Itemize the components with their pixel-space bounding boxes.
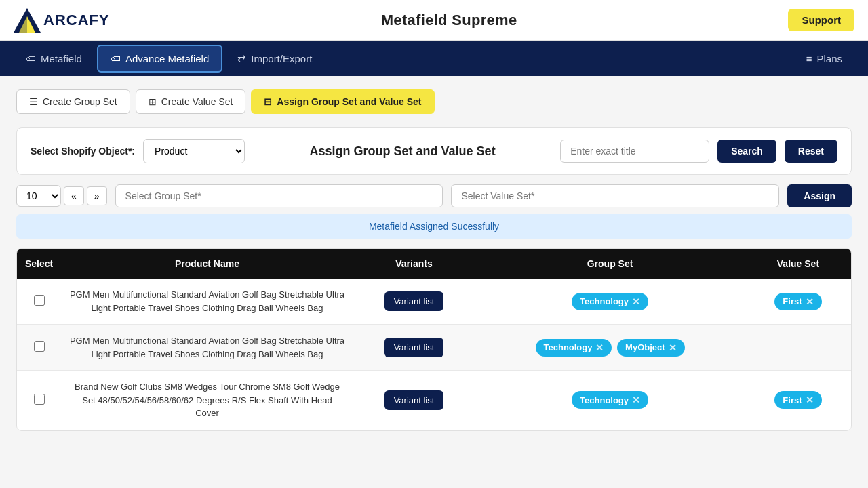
row-2-variant-list-button[interactable]: Variant list	[384, 338, 444, 357]
row-2-group-tag-0-remove[interactable]: ✕	[595, 342, 604, 353]
main-content: ☰ Create Group Set ⊞ Create Value Set ⊟ …	[0, 76, 868, 488]
row-2-checkbox[interactable]	[34, 341, 45, 352]
row-1-group-tag-0-remove[interactable]: ✕	[632, 296, 640, 307]
col-select: Select	[17, 249, 61, 279]
row-3-select	[17, 371, 61, 430]
tab-create-group-set-label: Create Group Set	[43, 96, 117, 107]
table-row: Brand New Golf Clubs SM8 Wedges Tour Chr…	[17, 371, 851, 430]
row-1-group-set: Technology ✕	[475, 279, 745, 325]
row-3-value-set: First ✕	[745, 371, 851, 430]
nav-label-plans: Plans	[816, 53, 842, 64]
create-group-icon: ☰	[29, 96, 38, 107]
row-3-variant-list-button[interactable]: Variant list	[384, 390, 444, 410]
create-value-icon: ⊞	[149, 96, 157, 107]
list-nav-icon: ≡	[806, 53, 812, 64]
row-2-group-tag-0-label: Technology	[544, 342, 593, 352]
top-bar: ARCAFY Metafield Supreme Support	[0, 0, 868, 41]
reset-button[interactable]: Reset	[785, 140, 837, 163]
nav-bar: 🏷 Metafield 🏷 Advance Metafield ⇄ Import…	[0, 41, 868, 76]
row-3-variants: Variant list	[353, 371, 475, 430]
tab-assign-label: Assign Group Set and Value Set	[277, 96, 421, 107]
row-1-value-tag-0-label: First	[783, 296, 802, 306]
assign-tab-icon: ⊟	[264, 96, 272, 107]
value-set-input[interactable]	[451, 184, 779, 207]
filter-row: Select Shopify Object*: Product Order Cu…	[16, 127, 852, 175]
app-title: Metafield Supreme	[381, 12, 517, 29]
pagination-wrap: 10 25 50 100 « »	[16, 185, 107, 207]
row-1-checkbox[interactable]	[34, 295, 45, 306]
row-2-group-tag-1-remove[interactable]: ✕	[669, 342, 677, 353]
filter-section-title: Assign Group Set and Value Set	[253, 144, 552, 159]
tab-assign-group-value-set[interactable]: ⊟ Assign Group Set and Value Set	[251, 89, 434, 114]
products-table-wrap: Select Product Name Variants Group Set V…	[16, 248, 852, 431]
support-button[interactable]: Support	[788, 9, 854, 31]
search-input[interactable]	[560, 140, 709, 163]
page-size-select[interactable]: 10 25 50 100	[16, 185, 61, 207]
row-3-value-tag-0[interactable]: First ✕	[774, 391, 821, 409]
prev-page-button[interactable]: «	[64, 186, 84, 205]
shopify-object-select[interactable]: Product Order Customer Collection	[143, 139, 245, 163]
assign-button[interactable]: Assign	[787, 184, 852, 207]
row-2-product-name: PGM Men Multifunctional Standard Aviatio…	[61, 325, 353, 371]
row-2-variants: Variant list	[353, 325, 475, 371]
row-2-group-set: Technology ✕ MyObject ✕	[475, 325, 745, 371]
row-1-value-tag-0[interactable]: First ✕	[774, 293, 821, 310]
nav-item-plans[interactable]: ≡ Plans	[794, 46, 854, 71]
col-product-name: Product Name	[61, 249, 353, 279]
row-1-value-set: First ✕	[745, 279, 851, 325]
brand-name: ARCAFY	[43, 12, 110, 29]
nav-label-advance-metafield: Advance Metafield	[125, 53, 209, 64]
row-3-group-set: Technology ✕	[475, 371, 745, 430]
row-3-group-tag-0-remove[interactable]: ✕	[632, 394, 640, 405]
next-page-button[interactable]: »	[87, 186, 107, 205]
table-row: PGM Men Multifunctional Standard Aviatio…	[17, 279, 851, 325]
row-1-select	[17, 279, 61, 325]
row-1-group-tag-0-label: Technology	[580, 296, 629, 306]
tag-icon: 🏷	[26, 53, 36, 64]
nav-label-import-export: Import/Export	[251, 53, 312, 64]
tab-create-value-set[interactable]: ⊞ Create Value Set	[136, 89, 246, 114]
col-value-set: Value Set	[745, 249, 851, 279]
products-table: Select Product Name Variants Group Set V…	[17, 249, 851, 430]
table-body: PGM Men Multifunctional Standard Aviatio…	[17, 279, 851, 430]
row-2-group-tag-1[interactable]: MyObject ✕	[617, 339, 685, 357]
row-3-group-tag-0[interactable]: Technology ✕	[572, 391, 648, 409]
table-header-row: Select Product Name Variants Group Set V…	[17, 249, 851, 279]
logo: ARCAFY	[14, 8, 110, 33]
table-row: PGM Men Multifunctional Standard Aviatio…	[17, 325, 851, 371]
row-3-product-name: Brand New Golf Clubs SM8 Wedges Tour Chr…	[61, 371, 353, 430]
row-3-value-tag-0-label: First	[783, 395, 802, 405]
row-2-group-tag-1-label: MyObject	[625, 342, 665, 352]
row-1-group-tag-0[interactable]: Technology ✕	[572, 293, 648, 310]
tag-filled-icon: 🏷	[111, 53, 121, 64]
success-banner: Metafield Assigned Sucessfully	[16, 214, 852, 239]
row-3-checkbox[interactable]	[34, 394, 45, 405]
nav-right: ≡ Plans	[794, 46, 854, 71]
row-2-select	[17, 325, 61, 371]
arcafy-logo-icon	[14, 8, 41, 33]
tab-create-value-set-label: Create Value Set	[161, 96, 233, 107]
row-1-variants: Variant list	[353, 279, 475, 325]
nav-left: 🏷 Metafield 🏷 Advance Metafield ⇄ Import…	[14, 45, 324, 73]
nav-item-metafield[interactable]: 🏷 Metafield	[14, 46, 94, 71]
col-variants: Variants	[353, 249, 475, 279]
col-group-set: Group Set	[475, 249, 745, 279]
group-set-input[interactable]	[115, 184, 443, 207]
row-1-value-tag-0-remove[interactable]: ✕	[806, 296, 814, 307]
svg-marker-2	[14, 8, 27, 33]
row-2-value-set	[745, 325, 851, 371]
search-button[interactable]: Search	[717, 140, 776, 163]
row-3-group-tag-0-label: Technology	[580, 395, 629, 405]
shopify-object-label: Select Shopify Object*:	[31, 146, 135, 157]
nav-item-advance-metafield[interactable]: 🏷 Advance Metafield	[97, 45, 222, 73]
assign-row: 10 25 50 100 « » Assign	[16, 184, 852, 207]
tab-row: ☰ Create Group Set ⊞ Create Value Set ⊟ …	[16, 89, 852, 114]
import-icon: ⇄	[237, 52, 246, 64]
tab-create-group-set[interactable]: ☰ Create Group Set	[16, 89, 130, 114]
row-3-value-tag-0-remove[interactable]: ✕	[806, 394, 814, 405]
row-2-group-tag-0[interactable]: Technology ✕	[536, 339, 612, 357]
nav-item-import-export[interactable]: ⇄ Import/Export	[225, 45, 324, 71]
nav-label-metafield: Metafield	[41, 53, 82, 64]
row-1-variant-list-button[interactable]: Variant list	[384, 291, 444, 311]
row-1-product-name: PGM Men Multifunctional Standard Aviatio…	[61, 279, 353, 325]
